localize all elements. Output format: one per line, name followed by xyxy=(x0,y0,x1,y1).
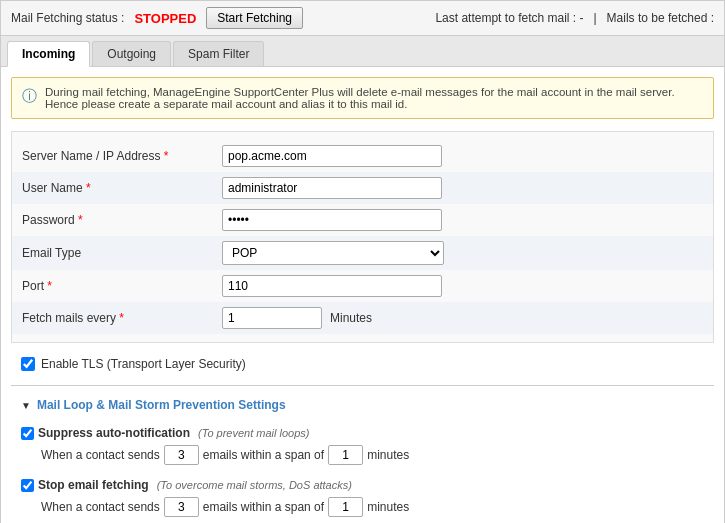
section-divider xyxy=(11,385,714,386)
header-bar: Mail Fetching status : STOPPED Start Fet… xyxy=(1,1,724,36)
suppress-checkbox[interactable] xyxy=(21,427,34,440)
tls-checkbox-row: Enable TLS (Transport Layer Security) xyxy=(11,351,714,377)
tab-outgoing[interactable]: Outgoing xyxy=(92,41,171,66)
email-type-select[interactable]: POP IMAP xyxy=(222,241,444,265)
collapse-arrow-icon: ▼ xyxy=(21,400,31,411)
suppress-sub-text-3: minutes xyxy=(367,448,409,462)
mail-loop-title: Mail Loop & Mail Storm Prevention Settin… xyxy=(37,398,286,412)
suppress-sends-input[interactable] xyxy=(164,445,199,465)
suppress-sub-text-2: emails within a span of xyxy=(203,448,324,462)
tab-spam-filter[interactable]: Spam Filter xyxy=(173,41,264,66)
username-label: User Name * xyxy=(22,181,222,195)
password-row: Password * xyxy=(12,204,713,236)
stop-sub-text-3: minutes xyxy=(367,500,409,514)
stop-sub-row: When a contact sends emails within a spa… xyxy=(11,494,714,520)
tls-label[interactable]: Enable TLS (Transport Layer Security) xyxy=(41,357,246,371)
suppress-desc: (To prevent mail loops) xyxy=(198,427,309,439)
suppress-row: Suppress auto-notification (To prevent m… xyxy=(11,422,714,442)
password-input[interactable] xyxy=(222,209,442,231)
suppress-label[interactable]: Suppress auto-notification xyxy=(38,426,190,440)
stop-desc: (To overcome mail storms, DoS attacks) xyxy=(157,479,352,491)
tls-checkbox[interactable] xyxy=(21,357,35,371)
mail-fetching-label: Mail Fetching status : xyxy=(11,11,124,25)
stop-row: Stop email fetching (To overcome mail st… xyxy=(11,474,714,494)
fetch-every-label: Fetch mails every * xyxy=(22,311,222,325)
suppress-sub-row: When a contact sends emails within a spa… xyxy=(11,442,714,468)
info-notice: ⓘ During mail fetching, ManageEngine Sup… xyxy=(11,77,714,119)
server-name-row: Server Name / IP Address * xyxy=(12,140,713,172)
email-type-row: Email Type POP IMAP xyxy=(12,236,713,270)
suppress-sub-text-1: When a contact sends xyxy=(41,448,160,462)
start-fetching-button[interactable]: Start Fetching xyxy=(206,7,303,29)
username-input[interactable] xyxy=(222,177,442,199)
form-section: Server Name / IP Address * User Name * P… xyxy=(11,131,714,343)
port-row: Port * xyxy=(12,270,713,302)
fetch-every-input[interactable] xyxy=(222,307,322,329)
header-right-info: Last attempt to fetch mail : - | Mails t… xyxy=(435,11,714,25)
stop-label[interactable]: Stop email fetching xyxy=(38,478,149,492)
port-input[interactable] xyxy=(222,275,442,297)
stop-sub-text-2: emails within a span of xyxy=(203,500,324,514)
password-label: Password * xyxy=(22,213,222,227)
server-name-input[interactable] xyxy=(222,145,442,167)
stop-sends-input[interactable] xyxy=(164,497,199,517)
stop-span-input[interactable] xyxy=(328,497,363,517)
minutes-label: Minutes xyxy=(330,311,372,325)
tab-incoming[interactable]: Incoming xyxy=(7,41,90,67)
fetch-every-row: Fetch mails every * Minutes xyxy=(12,302,713,334)
port-label: Port * xyxy=(22,279,222,293)
notice-text: During mail fetching, ManageEngine Suppo… xyxy=(45,86,703,110)
last-attempt-label: Last attempt to fetch mail : - xyxy=(435,11,583,25)
stop-checkbox[interactable] xyxy=(21,479,34,492)
main-container: Mail Fetching status : STOPPED Start Fet… xyxy=(0,0,725,523)
server-name-label: Server Name / IP Address * xyxy=(22,149,222,163)
tabs-bar: Incoming Outgoing Spam Filter xyxy=(1,36,724,67)
stop-sub-text-1: When a contact sends xyxy=(41,500,160,514)
content-area: ⓘ During mail fetching, ManageEngine Sup… xyxy=(1,67,724,523)
username-row: User Name * xyxy=(12,172,713,204)
mail-loop-header: ▼ Mail Loop & Mail Storm Prevention Sett… xyxy=(11,394,714,416)
mail-loop-section: ▼ Mail Loop & Mail Storm Prevention Sett… xyxy=(11,394,714,520)
mails-to-fetch-label: Mails to be fetched : xyxy=(607,11,714,25)
info-icon: ⓘ xyxy=(22,87,37,110)
status-value: STOPPED xyxy=(134,11,196,26)
email-type-label: Email Type xyxy=(22,246,222,260)
suppress-span-input[interactable] xyxy=(328,445,363,465)
